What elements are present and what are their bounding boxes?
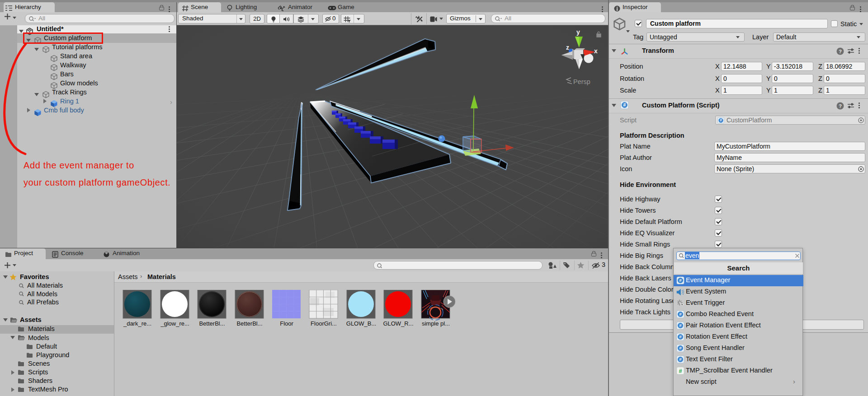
svg-text:?: ?: [839, 103, 842, 109]
svg-text:?: ?: [839, 49, 842, 54]
svg-text:#: #: [679, 368, 682, 374]
svg-text:z: z: [566, 44, 569, 51]
svg-text:Persp: Persp: [573, 78, 590, 85]
svg-text:x: x: [594, 47, 598, 55]
svg-text:y: y: [576, 28, 580, 36]
